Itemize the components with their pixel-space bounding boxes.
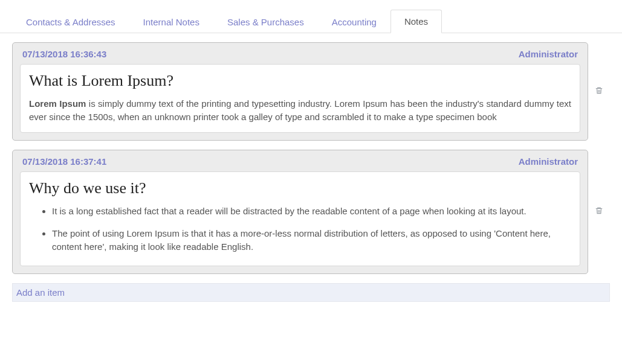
add-item-button[interactable]: Add an item — [12, 283, 610, 302]
note-bullet: The point of using Lorem Ipsum is that i… — [52, 227, 571, 254]
note-header: 07/13/2018 16:36:43 Administrator — [14, 44, 586, 64]
note-paragraph: Lorem Ipsum is simply dummy text of the … — [29, 97, 571, 124]
note-bullet: It is a long established fact that a rea… — [52, 205, 571, 218]
note-card: 07/13/2018 16:37:41 Administrator Why do… — [12, 150, 588, 274]
tab-bar: Contacts & Addresses Internal Notes Sale… — [0, 0, 622, 33]
note-card: 07/13/2018 16:36:43 Administrator What i… — [12, 42, 588, 141]
note-author: Administrator — [519, 156, 578, 167]
note-author: Administrator — [519, 49, 578, 59]
note-rest-text: is simply dummy text of the printing and… — [29, 98, 571, 122]
note-body: Why do we use it? It is a long establish… — [20, 171, 580, 266]
note-timestamp: 07/13/2018 16:37:41 — [22, 156, 106, 167]
notes-panel: 07/13/2018 16:36:43 Administrator What i… — [0, 33, 622, 274]
delete-note-button[interactable] — [588, 206, 610, 217]
tab-notes[interactable]: Notes — [390, 10, 442, 33]
note-header: 07/13/2018 16:37:41 Administrator — [14, 152, 586, 171]
note-title: Why do we use it? — [29, 179, 571, 197]
tab-contacts-addresses[interactable]: Contacts & Addresses — [12, 10, 129, 33]
delete-note-button[interactable] — [588, 86, 610, 97]
note-strong-lead: Lorem Ipsum — [29, 98, 86, 109]
trash-icon — [595, 87, 603, 97]
trash-icon — [595, 207, 603, 217]
tab-sales-purchases[interactable]: Sales & Purchases — [213, 10, 318, 33]
note-row: 07/13/2018 16:37:41 Administrator Why do… — [12, 150, 610, 274]
note-row: 07/13/2018 16:36:43 Administrator What i… — [12, 42, 610, 141]
tab-accounting[interactable]: Accounting — [318, 10, 390, 33]
note-title: What is Lorem Ipsum? — [29, 72, 571, 90]
note-body: What is Lorem Ipsum? Lorem Ipsum is simp… — [20, 64, 580, 133]
note-timestamp: 07/13/2018 16:36:43 — [22, 49, 106, 59]
tab-internal-notes[interactable]: Internal Notes — [129, 10, 213, 33]
note-bullet-list: It is a long established fact that a rea… — [29, 205, 571, 254]
